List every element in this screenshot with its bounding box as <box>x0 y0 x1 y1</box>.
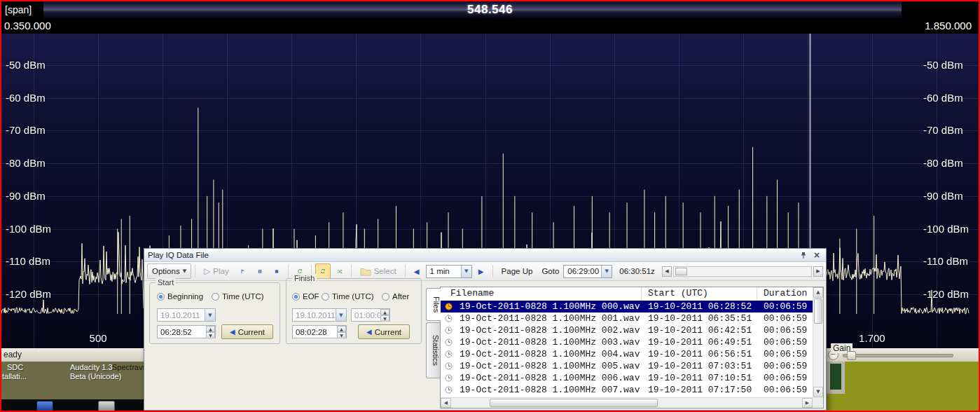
file-name: 19-Oct-2011-0828 1.100MHz 001.wav <box>460 313 642 324</box>
page-up-button[interactable]: Page Up <box>497 263 538 279</box>
pause-button[interactable] <box>252 263 268 279</box>
spin-up-icon[interactable]: ▲ <box>337 326 346 332</box>
file-row[interactable]: 19-Oct-2011-0828 1.100MHz 001.wav 19-10-… <box>441 313 813 324</box>
stop-icon <box>274 266 279 277</box>
interval-combo[interactable]: 1 min ▼ <box>426 265 472 278</box>
start-date-value: 19.10.2011 <box>160 311 200 320</box>
stop-button[interactable] <box>269 263 284 279</box>
position-forward-button[interactable]: ▶ <box>813 266 823 277</box>
radio-start-time-utc[interactable]: Time (UTC) <box>212 292 264 301</box>
step-forward-button[interactable]: ▶ <box>474 263 489 279</box>
desktop-icon-label[interactable]: SDC <box>7 363 23 371</box>
spin-up-icon[interactable]: ▲ <box>206 326 215 332</box>
finish-time-value: 08:02:28 <box>296 328 327 336</box>
spin-down-icon[interactable]: ▼ <box>380 315 389 322</box>
radio-after[interactable]: After <box>382 292 409 301</box>
start-current-button[interactable]: ◀ Current <box>221 324 273 339</box>
taskbar-icon-1[interactable] <box>36 401 53 412</box>
toolbar-separator <box>288 265 289 277</box>
taskbar-ic icon-2[interactable] <box>98 401 115 412</box>
file-start-time: 19-10-2011 06:35:51 <box>642 313 757 324</box>
file-row[interactable]: 19-Oct-2011-0828 1.100MHz 006.wav 19-10-… <box>441 372 813 384</box>
radio-icon <box>292 293 300 301</box>
column-start-utc[interactable]: Start (UTC) <box>642 287 757 301</box>
position-scrollbar[interactable] <box>673 266 812 277</box>
arrow-right-icon: ▶ <box>478 268 484 275</box>
scroll-right-icon[interactable]: ▶ <box>802 398 813 408</box>
radio-eof[interactable]: EOF <box>292 292 319 301</box>
position-back-button[interactable]: ◀ <box>662 266 672 277</box>
file-start-time: 19-10-2011 06:42:51 <box>642 325 757 336</box>
clock-icon <box>445 362 455 370</box>
window-fragment <box>827 362 845 394</box>
radio-icon <box>322 293 329 301</box>
file-row[interactable]: 19-Oct-2011-0828 1.100MHz 004.wav 19-10-… <box>441 348 813 360</box>
finish-time-field[interactable]: 08:02:28 ▲ ▼ <box>292 325 347 338</box>
scroll-down-icon[interactable]: ▼ <box>813 387 823 397</box>
start-date-field[interactable]: 19.10.2011 ▼ <box>157 308 216 322</box>
gain-slider[interactable] <box>843 351 953 359</box>
play-button[interactable]: ▷ Play <box>199 263 234 279</box>
toolbar-separator <box>405 265 406 277</box>
radio-label: EOF <box>303 292 319 301</box>
finish-date-field[interactable]: 19.10.2011 ▼ <box>292 308 347 322</box>
play-icon: ▷ <box>204 266 210 276</box>
spin-down-icon[interactable]: ▼ <box>337 332 346 338</box>
file-row[interactable]: 19-Oct-2011-0828 1.100MHz 005.wav 19-10-… <box>441 360 813 372</box>
file-table-vscrollbar[interactable]: ▲ ▼ <box>813 287 823 397</box>
tab-files[interactable]: Files <box>426 288 441 321</box>
dialog-titlebar[interactable]: Play IQ Data File × <box>144 249 826 262</box>
file-name: 19-Oct-2011-0828 1.100MHz 005.wav <box>460 361 642 371</box>
file-table: Filename Start (UTC) Duration 19-Oct-201… <box>440 287 824 408</box>
gain-slider-thumb[interactable] <box>847 351 856 360</box>
spin-down-icon[interactable]: ▼ <box>206 332 215 338</box>
shuffle-button[interactable] <box>332 263 347 279</box>
time-spinner[interactable]: ▲ ▼ <box>206 326 215 338</box>
file-table-hscrollbar[interactable]: ◀ ▶ <box>441 397 813 408</box>
column-filename[interactable]: Filename <box>441 287 642 301</box>
step-back-button[interactable]: ◀ <box>409 263 425 279</box>
after-time-field[interactable]: 01:00:00 ▲ ▼ <box>351 308 390 322</box>
pin-icon[interactable] <box>798 250 809 260</box>
tab-statistics[interactable]: Statistics <box>426 322 440 378</box>
file-row[interactable]: 19-Oct-2011-0828 1.100MHz 002.wav 19-10-… <box>441 324 813 336</box>
chevron-down-icon[interactable]: ▼ <box>601 266 612 277</box>
dialog-toolbar: Options ▼ ▷ Play <box>144 262 826 281</box>
radio-label: Time (UTC) <box>332 292 374 301</box>
current-label: Current <box>375 328 401 336</box>
file-start-time: 19-10-2011 06:49:51 <box>642 337 757 348</box>
file-start-time: 19-10-2011 06:56:51 <box>642 349 757 359</box>
file-row[interactable]: 19-Oct-2011-0828 1.100MHz 003.wav 19-10-… <box>441 336 813 348</box>
file-row[interactable]: 19-Oct-2011-0828 1.100MHz 007.wav 19-10-… <box>441 384 813 396</box>
continuous-play-button[interactable] <box>315 263 331 279</box>
file-browser-panel: Files Statistics Filename Start (UTC) Du… <box>426 285 825 410</box>
scroll-up-icon[interactable]: ▲ <box>813 287 823 298</box>
goto-time-combo[interactable]: 06:29:00 ▼ <box>563 265 612 278</box>
finish-current-button[interactable]: ◀ Current <box>358 324 410 339</box>
arrow-left-icon: ◀ <box>414 268 420 275</box>
options-button[interactable]: Options ▼ <box>147 263 191 279</box>
hscrollbar-thumb[interactable] <box>490 399 658 407</box>
scroll-left-icon[interactable]: ◀ <box>441 398 451 408</box>
chevron-down-icon[interactable]: ▼ <box>336 309 346 321</box>
time-spinner[interactable]: ▲ ▼ <box>380 309 389 321</box>
file-row[interactable]: 19-Oct-2011-0828 1.100MHz 000.wav 19-10-… <box>441 301 813 313</box>
folder-icon <box>360 267 371 276</box>
position-scrollbar-thumb[interactable] <box>675 268 687 275</box>
start-time-field[interactable]: 06:28:52 ▲ ▼ <box>157 325 216 338</box>
close-icon[interactable]: × <box>811 250 822 260</box>
radio-finish-time-utc[interactable]: Time (UTC) <box>322 292 374 301</box>
desktop-icon-label[interactable]: tallati... <box>2 372 27 380</box>
chevron-down-icon[interactable]: ▼ <box>461 266 471 277</box>
vscrollbar-thumb[interactable] <box>814 298 822 324</box>
desktop-icon-label[interactable]: Beta (Unicode) <box>70 372 121 380</box>
goto-flag-button[interactable] <box>235 263 251 279</box>
time-spinner[interactable]: ▲ ▼ <box>337 326 346 338</box>
radio-beginning[interactable]: Beginning <box>157 292 203 301</box>
column-duration[interactable]: Duration <box>757 287 813 301</box>
desktop-icon-label[interactable]: Audacity 1.3 <box>70 363 113 371</box>
chevron-down-icon[interactable]: ▼ <box>205 309 215 321</box>
select-button[interactable]: Select <box>355 263 401 279</box>
finish-group: Finish EOF Time (UTC) After 19.10.2011 ▼… <box>286 278 422 344</box>
spin-up-icon[interactable]: ▲ <box>380 309 389 315</box>
